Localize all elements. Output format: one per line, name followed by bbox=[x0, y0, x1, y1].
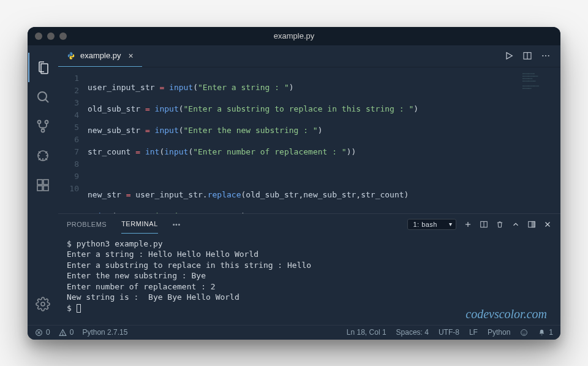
status-notifications[interactable]: 1 bbox=[538, 328, 553, 337]
svg-rect-22 bbox=[532, 221, 535, 227]
close-icon[interactable]: × bbox=[128, 51, 133, 61]
svg-line-1 bbox=[45, 99, 48, 102]
line-number-gutter: 1 2 3 4 5 6 7 8 9 10 bbox=[58, 67, 88, 213]
svg-rect-8 bbox=[37, 186, 42, 191]
warning-icon bbox=[59, 329, 67, 337]
status-cursor-position[interactable]: Ln 18, Col 1 bbox=[347, 328, 386, 337]
svg-point-4 bbox=[42, 129, 45, 132]
window-controls bbox=[35, 32, 67, 40]
error-icon bbox=[35, 329, 43, 337]
svg-point-0 bbox=[38, 92, 47, 101]
svg-point-16 bbox=[548, 55, 549, 56]
window-title: example.py bbox=[274, 31, 314, 40]
bell-icon bbox=[538, 329, 546, 337]
terminal-selector[interactable]: 1: bash bbox=[407, 219, 456, 230]
svg-rect-9 bbox=[43, 186, 48, 191]
svg-point-29 bbox=[62, 334, 63, 335]
more-icon[interactable] bbox=[541, 51, 551, 61]
status-language[interactable]: Python bbox=[488, 328, 510, 337]
svg-point-14 bbox=[542, 55, 543, 56]
new-terminal-icon[interactable] bbox=[464, 220, 472, 229]
svg-rect-7 bbox=[43, 180, 48, 185]
watermark: codevscolor.com bbox=[466, 307, 547, 321]
run-icon[interactable] bbox=[504, 51, 514, 61]
svg-point-32 bbox=[525, 331, 526, 332]
panel-more-icon[interactable]: ••• bbox=[173, 221, 181, 228]
window-maximize-icon[interactable] bbox=[59, 32, 67, 40]
explorer-icon[interactable] bbox=[28, 53, 58, 82]
editor-actions bbox=[504, 45, 560, 67]
smiley-icon bbox=[520, 329, 528, 337]
extensions-icon[interactable] bbox=[28, 170, 58, 200]
status-warnings[interactable]: 0 bbox=[59, 328, 74, 337]
svg-rect-6 bbox=[37, 180, 42, 185]
split-editor-icon[interactable] bbox=[522, 51, 532, 61]
settings-gear-icon[interactable] bbox=[28, 289, 58, 319]
editor-group: example.py × 1 2 3 4 5 6 7 bbox=[58, 45, 560, 325]
tab-label: example.py bbox=[80, 51, 121, 60]
titlebar: example.py bbox=[28, 27, 560, 45]
status-eol[interactable]: LF bbox=[469, 328, 478, 337]
chevron-up-icon[interactable] bbox=[511, 220, 520, 229]
status-encoding[interactable]: UTF-8 bbox=[439, 328, 459, 337]
status-errors[interactable]: 0 bbox=[35, 328, 50, 337]
svg-point-30 bbox=[521, 329, 527, 335]
debug-icon[interactable] bbox=[28, 141, 58, 170]
activity-bar bbox=[28, 45, 58, 325]
window-minimize-icon[interactable] bbox=[47, 32, 55, 40]
python-file-icon bbox=[67, 51, 75, 60]
status-feedback-icon[interactable] bbox=[520, 329, 528, 337]
minimap[interactable]: ▬▬▬▬▬▬▬▬▬▬▬▬▬▬▬▬▬▬▬▬▬▬▬▬▬▬▬▬▬▬▬▬▬▬▬▬▬▬▬▬… bbox=[522, 72, 556, 109]
svg-point-31 bbox=[523, 331, 524, 332]
svg-point-3 bbox=[45, 120, 48, 123]
main-area: example.py × 1 2 3 4 5 6 7 bbox=[28, 45, 560, 325]
code-content: user_input_str = input("Enter a string :… bbox=[88, 67, 560, 213]
panel-tabs: PROBLEMS TERMINAL ••• 1: bash bbox=[58, 214, 560, 235]
split-terminal-icon[interactable] bbox=[480, 220, 488, 229]
status-indent[interactable]: Spaces: 4 bbox=[396, 328, 429, 337]
close-panel-icon[interactable] bbox=[543, 220, 552, 229]
svg-point-10 bbox=[41, 302, 45, 306]
status-python-version[interactable]: Python 2.7.15 bbox=[82, 328, 127, 337]
terminal-cursor bbox=[77, 304, 81, 313]
source-control-icon[interactable] bbox=[28, 112, 58, 141]
tab-example-py[interactable]: example.py × bbox=[58, 45, 142, 67]
search-icon[interactable] bbox=[28, 82, 58, 112]
tab-bar: example.py × bbox=[58, 45, 560, 67]
vscode-window: example.py bbox=[28, 27, 560, 340]
svg-point-15 bbox=[545, 55, 546, 56]
maximize-panel-icon[interactable] bbox=[527, 220, 536, 229]
window-close-icon[interactable] bbox=[35, 32, 42, 40]
svg-point-2 bbox=[38, 120, 41, 123]
tab-terminal[interactable]: TERMINAL bbox=[121, 215, 158, 234]
tab-problems[interactable]: PROBLEMS bbox=[67, 215, 107, 234]
svg-marker-11 bbox=[507, 53, 512, 59]
kill-terminal-icon[interactable] bbox=[496, 220, 504, 229]
status-bar: 0 0 Python 2.7.15 Ln 18, Col 1 Spaces: 4… bbox=[28, 325, 560, 340]
code-editor[interactable]: 1 2 3 4 5 6 7 8 9 10 user_input_str = in… bbox=[58, 67, 560, 213]
